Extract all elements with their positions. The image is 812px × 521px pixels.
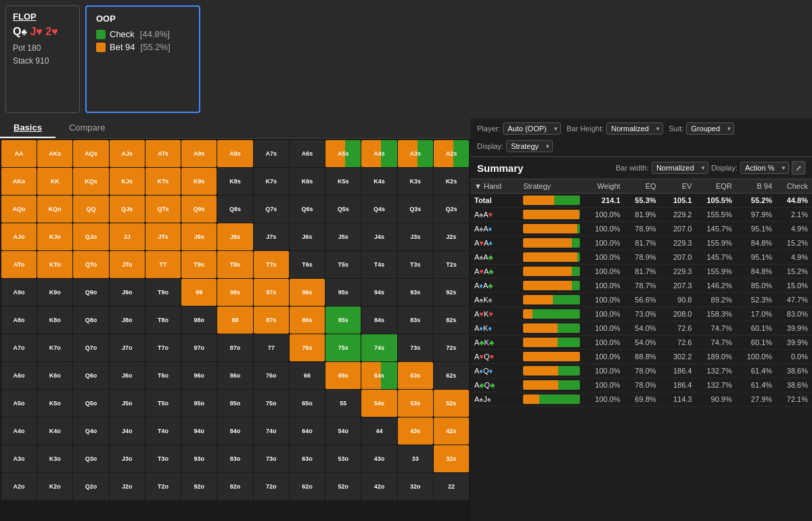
grid-cell-92s[interactable]: 92s: [434, 279, 469, 306]
grid-cell-j8o[interactable]: J8o: [110, 307, 145, 334]
grid-cell-76s[interactable]: 76s: [290, 334, 325, 361]
grid-cell-t5s[interactable]: T5s: [325, 251, 361, 278]
grid-cell-32o[interactable]: 32o: [398, 473, 433, 500]
grid-cell-95o[interactable]: 95o: [181, 390, 217, 417]
grid-cell-ajo[interactable]: AJo: [1, 223, 37, 250]
grid-cell-64o[interactable]: 64o: [290, 417, 325, 445]
grid-cell-65s[interactable]: 65s: [325, 362, 361, 389]
grid-cell-t2o[interactable]: T2o: [145, 473, 181, 500]
grid-cell-75o[interactable]: 75o: [254, 390, 289, 417]
grid-cell-a4s[interactable]: A4s: [361, 140, 397, 167]
grid-cell-84o[interactable]: 84o: [217, 417, 252, 445]
table-row[interactable]: A♦K♦ 100.0% 54.0% 72.6 74.7% 60.1% 39.9%: [470, 321, 812, 336]
grid-cell-k4o[interactable]: K4o: [37, 417, 72, 445]
grid-cell-t4s[interactable]: T4s: [361, 251, 397, 278]
grid-cell-ato[interactable]: ATo: [1, 251, 37, 278]
grid-cell-77[interactable]: 77: [254, 334, 289, 361]
grid-cell-q3s[interactable]: Q3s: [398, 196, 433, 223]
grid-cell-55[interactable]: 55: [325, 390, 361, 417]
grid-cell-54o[interactable]: 54o: [325, 417, 361, 445]
grid-cell-t3s[interactable]: T3s: [398, 251, 433, 278]
grid-cell-74s[interactable]: 74s: [361, 334, 397, 361]
grid-cell-k3s[interactable]: K3s: [398, 168, 433, 195]
grid-cell-43s[interactable]: 43s: [398, 417, 433, 445]
grid-cell-q6o[interactable]: Q6o: [73, 362, 108, 389]
grid-cell-t8o[interactable]: T8o: [145, 307, 181, 334]
grid-cell-82o[interactable]: 82o: [217, 473, 252, 500]
grid-cell-a3s[interactable]: A3s: [398, 140, 433, 167]
grid-cell-j6s[interactable]: J6s: [290, 223, 325, 250]
grid-cell-q7s[interactable]: Q7s: [254, 196, 289, 223]
grid-cell-66[interactable]: 66: [290, 362, 325, 389]
grid-cell-j7s[interactable]: J7s: [254, 223, 289, 250]
grid-cell-qto[interactable]: QTo: [73, 251, 108, 278]
grid-cell-53s[interactable]: 53s: [398, 390, 433, 417]
grid-cell-85s[interactable]: 85s: [325, 307, 361, 334]
grid-cell-86s[interactable]: 86s: [290, 307, 325, 334]
grid-cell-94s[interactable]: 94s: [361, 279, 397, 306]
grid-cell-87s[interactable]: 87s: [254, 307, 289, 334]
grid-cell-t9o[interactable]: T9o: [145, 279, 181, 306]
grid-cell-q6s[interactable]: Q6s: [290, 196, 325, 223]
grid-cell-k5o[interactable]: K5o: [37, 390, 72, 417]
grid-cell-kqs[interactable]: KQs: [73, 168, 108, 195]
grid-cell-95s[interactable]: 95s: [325, 279, 361, 306]
grid-cell-q4o[interactable]: Q4o: [73, 417, 108, 445]
grid-cell-qjo[interactable]: QJo: [73, 223, 108, 250]
grid-cell-53o[interactable]: 53o: [325, 445, 361, 472]
grid-cell-qq[interactable]: QQ: [73, 196, 108, 223]
grid-cell-42o[interactable]: 42o: [361, 473, 397, 500]
grid-cell-kk[interactable]: KK: [37, 168, 72, 195]
grid-cell-q4s[interactable]: Q4s: [361, 196, 397, 223]
grid-cell-t6o[interactable]: T6o: [145, 362, 181, 389]
grid-cell-kjo[interactable]: KJo: [37, 223, 72, 250]
grid-cell-96o[interactable]: 96o: [181, 362, 217, 389]
grid-cell-q2o[interactable]: Q2o: [73, 473, 108, 500]
grid-cell-a5o[interactable]: A5o: [1, 390, 37, 417]
grid-cell-q2s[interactable]: Q2s: [434, 196, 469, 223]
grid-cell-a6o[interactable]: A6o: [1, 362, 37, 389]
grid-cell-92o[interactable]: 92o: [181, 473, 217, 500]
grid-cell-j2s[interactable]: J2s: [434, 223, 469, 250]
grid-cell-73s[interactable]: 73s: [398, 334, 433, 361]
grid-cell-86o[interactable]: 86o: [217, 362, 252, 389]
display-select[interactable]: Strategy: [506, 140, 553, 152]
grid-cell-33[interactable]: 33: [398, 445, 433, 472]
table-row[interactable]: A♠K♠ 100.0% 56.6% 90.8 89.2% 52.3% 47.7%: [470, 293, 812, 307]
grid-cell-k4s[interactable]: K4s: [361, 168, 397, 195]
tab-basics[interactable]: Basics: [0, 118, 55, 138]
grid-cell-74o[interactable]: 74o: [254, 417, 289, 445]
grid-cell-a2s[interactable]: A2s: [434, 140, 469, 167]
grid-cell-85o[interactable]: 85o: [217, 390, 252, 417]
grid-cell-88[interactable]: 88: [217, 307, 252, 334]
grid-cell-j4s[interactable]: J4s: [361, 223, 397, 250]
grid-cell-k8s[interactable]: K8s: [217, 168, 252, 195]
grid-cell-j8s[interactable]: J8s: [217, 223, 252, 250]
grid-cell-ako[interactable]: AKo: [1, 168, 37, 195]
grid-cell-ajs[interactable]: AJs: [110, 140, 145, 167]
suit-select[interactable]: Grouped: [686, 122, 734, 135]
grid-cell-83s[interactable]: 83s: [398, 307, 433, 334]
grid-cell-k7s[interactable]: K7s: [254, 168, 289, 195]
grid-cell-76o[interactable]: 76o: [254, 362, 289, 389]
grid-cell-a3o[interactable]: A3o: [1, 445, 37, 472]
grid-cell-94o[interactable]: 94o: [181, 417, 217, 445]
grid-cell-k8o[interactable]: K8o: [37, 307, 72, 334]
grid-cell-aqo[interactable]: AQo: [1, 196, 37, 223]
grid-cell-t7o[interactable]: T7o: [145, 334, 181, 361]
table-row[interactable]: A♥Q♥ 100.0% 88.8% 302.2 189.0% 100.0% 0.…: [470, 350, 812, 364]
grid-cell-k2s[interactable]: K2s: [434, 168, 469, 195]
grid-cell-q5o[interactable]: Q5o: [73, 390, 108, 417]
grid-cell-t9s[interactable]: T9s: [181, 251, 217, 278]
player-select[interactable]: Auto (OOP): [503, 122, 561, 135]
grid-cell-j2o[interactable]: J2o: [110, 473, 145, 500]
grid-cell-98o[interactable]: 98o: [181, 307, 217, 334]
grid-cell-62s[interactable]: 62s: [434, 362, 469, 389]
grid-cell-63o[interactable]: 63o: [290, 445, 325, 472]
grid-cell-tt[interactable]: TT: [145, 251, 181, 278]
grid-cell-k9o[interactable]: K9o: [37, 279, 72, 306]
grid-cell-75s[interactable]: 75s: [325, 334, 361, 361]
table-row[interactable]: A♠A♣ 100.0% 78.9% 207.0 145.7% 95.1% 4.9…: [470, 250, 812, 265]
grid-cell-k3o[interactable]: K3o: [37, 445, 72, 472]
grid-cell-k5s[interactable]: K5s: [325, 168, 361, 195]
